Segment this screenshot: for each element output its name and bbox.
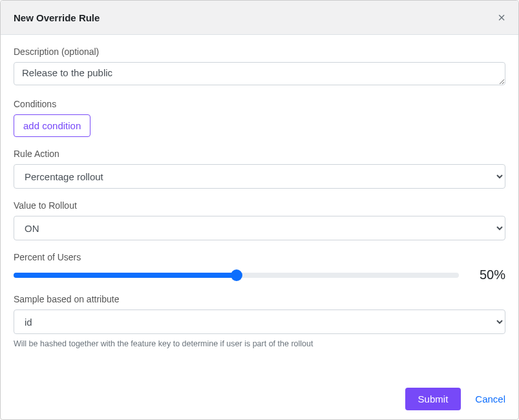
rule-action-group: Rule Action Percentage rollout — [14, 149, 505, 189]
slider-row: 50% — [14, 268, 505, 282]
sample-attribute-select[interactable]: id — [14, 310, 505, 334]
percent-slider[interactable] — [14, 269, 459, 282]
close-icon: × — [498, 10, 505, 25]
rule-action-label: Rule Action — [14, 149, 505, 159]
modal-title: New Override Rule — [14, 12, 100, 23]
sample-attribute-label: Sample based on attribute — [14, 294, 505, 304]
add-condition-button[interactable]: add condition — [14, 114, 90, 137]
conditions-group: Conditions add condition — [14, 99, 505, 137]
conditions-label: Conditions — [14, 99, 505, 109]
close-button[interactable]: × — [498, 11, 505, 24]
percent-value: 50% — [474, 268, 505, 282]
slider-fill — [14, 273, 237, 278]
percent-users-group: Percent of Users 50% — [14, 252, 505, 282]
submit-button[interactable]: Submit — [405, 388, 461, 410]
cancel-button[interactable]: Cancel — [475, 394, 505, 404]
description-group: Description (optional) Release to the pu… — [14, 47, 505, 87]
slider-thumb[interactable] — [231, 269, 242, 281]
value-rollout-select[interactable]: ON — [14, 216, 505, 240]
rule-action-select[interactable]: Percentage rollout — [14, 164, 505, 189]
description-label: Description (optional) — [14, 47, 505, 57]
sample-attribute-group: Sample based on attribute id Will be has… — [14, 294, 505, 348]
value-rollout-group: Value to Rollout ON — [14, 200, 505, 240]
slider-track — [14, 273, 459, 278]
description-input[interactable]: Release to the public — [14, 62, 505, 85]
modal-header: New Override Rule × — [1, 1, 518, 35]
override-rule-modal: New Override Rule × Description (optiona… — [0, 0, 519, 420]
modal-body: Description (optional) Release to the pu… — [1, 35, 518, 379]
modal-footer: Submit Cancel — [1, 379, 518, 419]
sample-help-text: Will be hashed together with the feature… — [14, 339, 505, 348]
value-rollout-label: Value to Rollout — [14, 200, 505, 211]
percent-users-label: Percent of Users — [14, 252, 505, 262]
